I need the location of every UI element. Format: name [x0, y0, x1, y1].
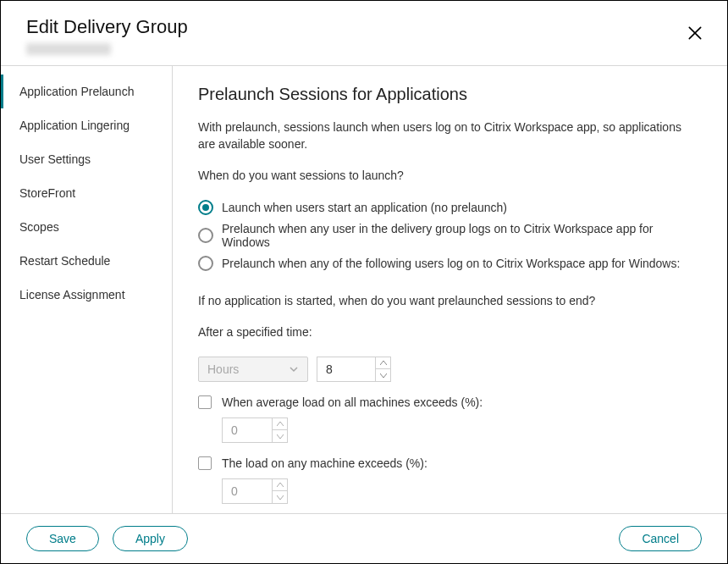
avg-load-checkbox[interactable]	[198, 395, 212, 409]
radio-label: Prelaunch when any user in the delivery …	[222, 222, 702, 249]
stepper-up[interactable]	[273, 418, 287, 431]
sidebar-item-label: User Settings	[19, 152, 91, 166]
radio-label: Launch when users start an application (…	[222, 201, 507, 214]
time-unit-select[interactable]: Hours	[198, 357, 308, 382]
radio-label: Prelaunch when any of the following user…	[222, 257, 680, 270]
end-prompt: If no application is started, when do yo…	[198, 293, 702, 310]
dialog-header: Edit Delivery Group	[1, 1, 727, 65]
sidebar-item-scopes[interactable]: Scopes	[1, 210, 172, 244]
apply-button[interactable]: Apply	[113, 526, 188, 551]
stepper-value[interactable]: 0	[222, 478, 273, 504]
any-load-label: The load on any machine exceeds (%):	[222, 456, 427, 470]
any-load-stepper[interactable]: 0	[222, 478, 288, 504]
after-specified-label: After a specified time:	[198, 324, 702, 341]
stepper-down[interactable]	[273, 491, 287, 503]
avg-load-stepper[interactable]: 0	[222, 417, 288, 443]
chevron-down-icon	[277, 434, 284, 439]
time-value-stepper[interactable]: 8	[317, 357, 391, 382]
stepper-down[interactable]	[376, 369, 390, 381]
chevron-up-icon	[277, 483, 284, 487]
sidebar-item-restart-schedule[interactable]: Restart Schedule	[1, 244, 172, 278]
panel-intro: With prelaunch, sessions launch when use…	[198, 119, 702, 152]
chevron-up-icon	[277, 422, 284, 426]
stepper-up[interactable]	[273, 479, 287, 492]
sidebar: Application Prelaunch Application Linger…	[1, 66, 173, 513]
chevron-down-icon	[289, 364, 299, 374]
stepper-up[interactable]	[376, 357, 390, 370]
any-load-checkbox[interactable]	[198, 456, 212, 470]
radio-icon	[198, 228, 213, 243]
dialog-footer: Save Apply Cancel	[1, 513, 727, 563]
stepper-value[interactable]: 0	[222, 417, 273, 443]
sidebar-item-label: Application Lingering	[19, 119, 130, 132]
main-panel: Prelaunch Sessions for Applications With…	[173, 66, 727, 513]
cancel-button[interactable]: Cancel	[619, 526, 702, 551]
chevron-down-icon	[380, 373, 387, 378]
dialog-title: Edit Delivery Group	[26, 16, 702, 38]
sidebar-item-application-prelaunch[interactable]: Application Prelaunch	[1, 75, 172, 108]
dialog-subtitle-redacted	[26, 43, 111, 55]
sidebar-item-label: License Assignment	[19, 288, 125, 301]
radio-option-no-prelaunch[interactable]: Launch when users start an application (…	[198, 200, 702, 215]
sidebar-item-label: Restart Schedule	[19, 254, 110, 268]
sidebar-item-label: Scopes	[19, 220, 59, 234]
sidebar-item-user-settings[interactable]: User Settings	[1, 142, 172, 176]
sidebar-item-application-lingering[interactable]: Application Lingering	[1, 108, 172, 142]
dialog-edit-delivery-group: Edit Delivery Group Application Prelaunc…	[0, 0, 728, 564]
save-button[interactable]: Save	[26, 526, 99, 551]
radio-option-prelaunch-any-user[interactable]: Prelaunch when any user in the delivery …	[198, 222, 702, 249]
chevron-up-icon	[380, 361, 387, 365]
panel-title: Prelaunch Sessions for Applications	[198, 85, 702, 104]
avg-load-label: When average load on all machines exceed…	[222, 395, 483, 409]
radio-option-prelaunch-specific-users[interactable]: Prelaunch when any of the following user…	[198, 256, 702, 271]
sidebar-item-license-assignment[interactable]: License Assignment	[1, 278, 172, 312]
launch-prompt: When do you want sessions to launch?	[198, 168, 702, 185]
radio-icon	[198, 256, 213, 271]
stepper-down[interactable]	[273, 430, 287, 442]
sidebar-item-storefront[interactable]: StoreFront	[1, 176, 172, 210]
select-value: Hours	[207, 362, 239, 376]
close-button[interactable]	[685, 23, 705, 43]
close-icon	[687, 25, 703, 41]
radio-icon	[198, 200, 213, 215]
stepper-value[interactable]: 8	[317, 357, 376, 382]
sidebar-item-label: Application Prelaunch	[19, 85, 134, 98]
chevron-down-icon	[277, 495, 284, 500]
sidebar-item-label: StoreFront	[19, 186, 75, 200]
